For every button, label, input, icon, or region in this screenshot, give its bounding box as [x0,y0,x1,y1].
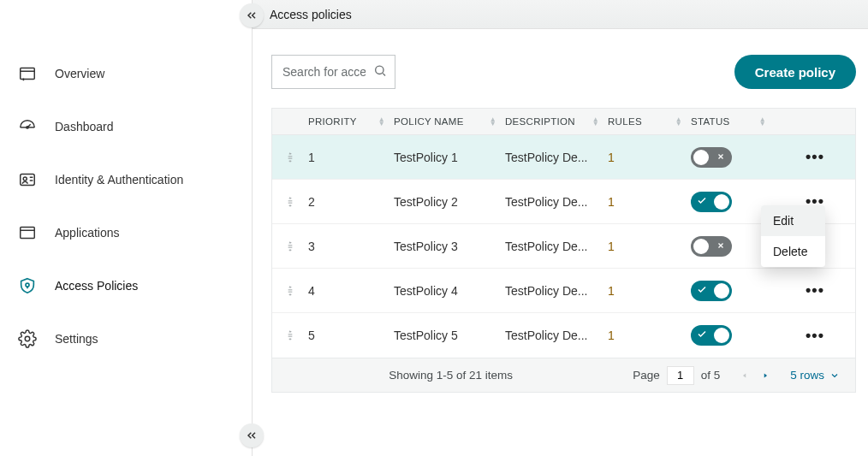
svg-point-3 [23,177,27,181]
page-nav [739,370,771,382]
sidebar-item-applications[interactable]: Applications [0,206,252,259]
cell-actions: ••• [775,281,855,299]
drag-handle[interactable] [272,240,308,252]
menu-delete[interactable]: Delete [761,236,825,267]
toggle-knob [714,194,729,210]
sidebar-item-access-policies[interactable]: Access Policies [0,259,252,312]
check-icon [697,195,707,208]
cell-status [691,325,775,346]
toolbar: Create policy [271,55,856,89]
check-icon [697,284,707,297]
row-actions-button[interactable]: ••• [806,281,824,299]
rows-label: 5 rows [790,369,824,382]
sort-icon: ▲▼ [592,117,599,126]
sidebar-collapse-bottom[interactable] [240,423,264,447]
chevrons-left-icon [245,429,259,442]
rows-selector[interactable]: 5 rows [790,369,840,382]
cell-description: TestPolicy De... [505,284,608,298]
cell-rules[interactable]: 1 [608,284,691,298]
status-toggle[interactable] [691,147,732,168]
page-input[interactable] [667,366,694,385]
th-status[interactable]: STATUS ▲▼ [691,116,775,127]
cell-name: TestPolicy 1 [394,151,505,164]
cell-name: TestPolicy 4 [394,284,505,298]
table-row: 5TestPolicy 5TestPolicy De...1••• [272,313,855,358]
identity-icon [17,169,38,190]
next-page[interactable] [759,370,771,382]
cell-actions: ••• [775,148,855,166]
cell-name: TestPolicy 5 [394,329,505,342]
triangle-right-icon [761,371,770,380]
toggle-knob [693,150,709,165]
content: Create policy PRIORITY ▲▼ POLICY NAME ▲▼… [253,29,868,456]
table-row: 4TestPolicy 4TestPolicy De...1••• [272,269,855,313]
table-footer: Showing 1-5 of 21 items Page of 5 [272,358,855,392]
th-policy-name[interactable]: POLICY NAME ▲▼ [394,116,505,127]
page-label: Page [633,369,660,382]
triangle-left-icon [740,371,749,380]
sidebar-collapse-top[interactable] [240,3,264,27]
cell-rules[interactable]: 1 [608,151,691,164]
cell-name: TestPolicy 2 [394,195,505,209]
sidebar-item-label: Overview [55,67,104,80]
sidebar-item-settings[interactable]: Settings [0,312,252,365]
status-toggle[interactable] [691,236,732,257]
toggle-knob [714,283,729,299]
toggle-knob [714,328,729,343]
svg-rect-0 [21,68,35,80]
cell-description: TestPolicy De... [505,240,608,253]
page-title: Access policies [270,8,352,21]
sort-icon: ▲▼ [759,117,766,126]
cell-rules[interactable]: 1 [608,195,691,209]
pager: Page of 5 [633,366,720,385]
footer-status: Showing 1-5 of 21 items [288,369,614,382]
th-description[interactable]: DESCRIPTION ▲▼ [505,116,608,127]
cell-status [691,281,775,301]
drag-handle[interactable] [272,329,308,341]
sidebar-item-identity[interactable]: Identity & Authentication [0,153,252,206]
status-toggle[interactable] [691,281,732,301]
sort-icon: ▲▼ [675,117,682,126]
sidebar-item-dashboard[interactable]: Dashboard [0,100,252,153]
row-actions-button[interactable]: ••• [806,327,824,345]
svg-point-7 [376,66,383,74]
sidebar-item-label: Dashboard [55,120,114,133]
cell-description: TestPolicy De... [505,329,608,342]
dashboard-icon [17,116,38,137]
status-toggle[interactable] [691,325,732,346]
drag-handle[interactable] [272,196,308,208]
status-toggle[interactable] [691,192,732,212]
th-priority[interactable]: PRIORITY ▲▼ [308,116,394,127]
th-rules[interactable]: RULES ▲▼ [608,116,691,127]
sidebar-item-overview[interactable]: Overview [0,47,252,100]
cell-description: TestPolicy De... [505,151,608,164]
th-label: PRIORITY [308,116,357,127]
menu-edit[interactable]: Edit [761,205,825,236]
sidebar-item-label: Settings [55,332,98,346]
check-icon [697,329,707,342]
sidebar-item-label: Access Policies [55,279,138,293]
search [271,55,395,89]
cell-priority: 4 [308,284,394,298]
cell-description: TestPolicy De... [505,195,608,209]
applications-icon [17,222,38,243]
drag-handle[interactable] [272,285,308,297]
prev-page[interactable] [739,370,751,382]
x-icon [716,151,725,163]
cell-priority: 5 [308,329,394,342]
sort-icon: ▲▼ [490,117,496,126]
svg-point-5 [26,283,29,287]
chevron-down-icon [829,370,840,381]
cell-rules[interactable]: 1 [608,329,691,342]
sidebar-item-label: Applications [55,226,120,240]
x-icon [716,240,725,252]
toggle-knob [693,239,709,254]
cell-rules[interactable]: 1 [608,240,691,253]
svg-rect-4 [21,228,35,239]
row-actions-button[interactable]: ••• [806,148,824,166]
th-label: DESCRIPTION [505,116,575,127]
table-header: PRIORITY ▲▼ POLICY NAME ▲▼ DESCRIPTION ▲… [272,108,855,135]
create-policy-button[interactable]: Create policy [734,55,856,89]
svg-point-6 [25,336,30,341]
drag-handle[interactable] [272,151,308,163]
